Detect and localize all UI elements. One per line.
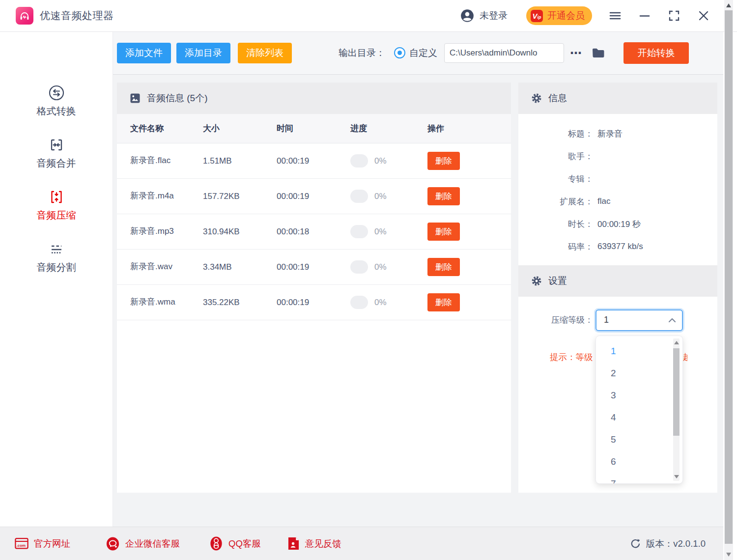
scroll-up-icon[interactable]	[726, 3, 731, 7]
info-label: 码率：	[518, 241, 593, 252]
settings-title: 设置	[548, 275, 567, 287]
qq-support-link[interactable]: QQ客服	[209, 536, 261, 551]
window-scrollbar[interactable]	[724, 0, 733, 560]
compress-level-value: 1	[604, 315, 609, 325]
dropdown-option[interactable]: 3	[596, 384, 682, 406]
info-label: 扩展名：	[518, 196, 593, 207]
info-value: flac	[597, 196, 610, 206]
dropdown-option[interactable]: 1	[596, 340, 682, 362]
info-value: 639377 kb/s	[597, 242, 643, 252]
compress-level-select[interactable]: 1	[595, 309, 683, 331]
progress-percent: 0%	[374, 227, 387, 237]
start-convert-button[interactable]: 开始转换	[624, 42, 689, 64]
file-name: 新录音.wma	[130, 295, 180, 310]
progress-percent: 0%	[374, 192, 387, 201]
vip-icon: Vip	[531, 10, 543, 22]
feedback-link[interactable]: 意见反馈	[287, 536, 341, 551]
info-header: 信息	[518, 83, 717, 114]
chevron-up-icon	[668, 317, 676, 323]
add-file-button[interactable]: 添加文件	[117, 43, 171, 63]
file-table-header: 音频信息 (5个)	[117, 83, 511, 114]
info-label: 时长：	[518, 219, 593, 230]
delete-button[interactable]: 删除	[427, 223, 460, 241]
open-vip-button[interactable]: Vip 开通会员	[526, 6, 592, 25]
progress-percent: 0%	[374, 262, 387, 272]
menu-icon[interactable]	[609, 9, 622, 22]
progress-percent: 0%	[374, 156, 387, 166]
col-progress: 进度	[350, 123, 427, 134]
gear-icon	[531, 276, 542, 286]
dropdown-scrollbar[interactable]	[673, 338, 680, 481]
feedback-icon	[287, 536, 300, 551]
custom-radio-label: 自定义	[409, 47, 437, 59]
footer-link-label: QQ客服	[228, 537, 261, 550]
dropdown-scrollbar-thumb[interactable]	[673, 348, 680, 436]
scroll-down-icon[interactable]	[726, 553, 731, 557]
dropdown-option[interactable]: 5	[596, 428, 682, 450]
maximize-icon[interactable]	[668, 9, 680, 22]
output-dir-label: 输出目录：	[339, 47, 385, 59]
scroll-down-icon[interactable]	[674, 475, 679, 478]
svg-text:.com: .com	[17, 543, 26, 548]
login-status-label: 未登录	[480, 9, 508, 22]
wechat-icon	[106, 536, 120, 551]
info-settings-panel: 信息 标题：新录音 歌手： 专辑： 扩展名：flac 时长：00:00:19 秒…	[518, 83, 717, 493]
info-title: 信息	[548, 92, 567, 105]
settings-header: 设置	[518, 265, 717, 297]
sidebar-item-audio-merge[interactable]: 音频合并	[0, 137, 113, 170]
browse-more-button[interactable]: ⋯	[570, 48, 582, 58]
qq-icon	[209, 536, 223, 551]
table-row[interactable]: 新录音.wma 335.22KB 00:00:19 0% 删除	[117, 285, 511, 320]
audio-info-icon	[130, 93, 141, 104]
dropdown-option[interactable]: 2	[596, 362, 682, 384]
table-row[interactable]: 新录音.wav 3.34MB 00:00:19 0% 删除	[117, 250, 511, 285]
info-value: 新录音	[597, 128, 623, 140]
refresh-icon[interactable]	[630, 538, 641, 549]
file-time: 00:00:18	[277, 227, 350, 237]
file-name: 新录音.mp3	[130, 224, 180, 239]
delete-button[interactable]: 删除	[427, 258, 460, 276]
official-website-link[interactable]: .com 官方网址	[15, 537, 70, 550]
progress-percent: 0%	[374, 298, 387, 308]
add-folder-button[interactable]: 添加目录	[176, 43, 230, 63]
dropdown-option[interactable]: 7	[596, 473, 682, 484]
info-list: 标题：新录音 歌手： 专辑： 扩展名：flac 时长：00:00:19 秒 码率…	[518, 114, 717, 258]
file-size: 3.34MB	[203, 262, 277, 272]
login-button[interactable]: 未登录	[460, 9, 508, 23]
close-icon[interactable]	[697, 9, 710, 22]
table-row[interactable]: 新录音.m4a 157.72KB 00:00:19 0% 删除	[117, 179, 511, 214]
compress-tip-clipped-text: 越	[683, 351, 687, 364]
sidebar-item-format-convert[interactable]: 格式转换	[0, 84, 113, 118]
sidebar: 格式转换 音频合并 音频压缩 音频分割	[0, 31, 113, 527]
compress-level-label: 压缩等级：	[518, 309, 593, 331]
output-path-input[interactable]	[444, 43, 564, 63]
table-row[interactable]: 新录音.flac 1.51MB 00:00:19 0% 删除	[117, 143, 511, 179]
file-name: 新录音.flac	[130, 153, 180, 168]
info-label: 歌手：	[518, 151, 593, 162]
version-info: 版本：v2.0.1.0	[630, 537, 706, 550]
window-scrollbar-thumb[interactable]	[725, 10, 733, 544]
gear-icon	[531, 93, 542, 104]
file-size: 1.51MB	[203, 156, 277, 166]
table-row[interactable]: 新录音.mp3 310.94KB 00:00:18 0% 删除	[117, 214, 511, 250]
dropdown-option[interactable]: 6	[596, 450, 682, 473]
col-filename: 文件名称	[130, 123, 203, 134]
minimize-icon[interactable]	[638, 9, 651, 22]
sidebar-item-audio-split[interactable]: 音频分割	[0, 241, 113, 274]
clear-list-button[interactable]: 清除列表	[238, 43, 292, 63]
vip-label: 开通会员	[547, 9, 585, 22]
footer-link-label: 企业微信客服	[125, 537, 180, 550]
scroll-up-icon[interactable]	[674, 341, 679, 344]
dropdown-option[interactable]: 4	[596, 406, 682, 428]
info-value: 00:00:19 秒	[597, 219, 641, 230]
footer-link-label: 官方网址	[34, 537, 70, 550]
titlebar: 优速音频处理器 未登录 Vip 开通会员	[0, 0, 737, 32]
wechat-support-link[interactable]: 企业微信客服	[106, 536, 180, 551]
app-logo-icon	[16, 7, 33, 25]
delete-button[interactable]: 删除	[427, 152, 460, 170]
delete-button[interactable]: 删除	[427, 187, 460, 205]
custom-radio[interactable]	[394, 47, 405, 58]
sidebar-item-audio-compress[interactable]: 音频压缩	[0, 189, 113, 222]
delete-button[interactable]: 删除	[427, 293, 460, 311]
open-folder-icon[interactable]	[591, 47, 606, 59]
